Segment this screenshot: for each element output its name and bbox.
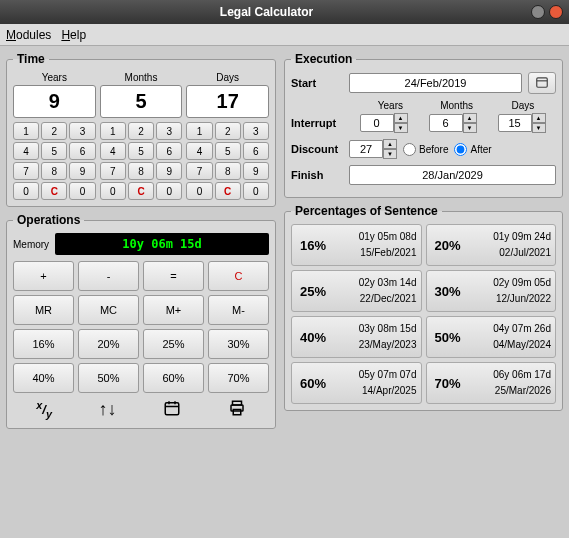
numpad-2-9-8[interactable]: 9	[243, 162, 269, 180]
discount-spinner[interactable]: ▲▼	[349, 139, 397, 159]
op--button[interactable]: -	[78, 261, 139, 291]
numpad-1-1-0[interactable]: 1	[100, 122, 126, 140]
numpad-1-2-1[interactable]: 2	[128, 122, 154, 140]
op-mc-button[interactable]: MC	[78, 295, 139, 325]
start-field[interactable]: 24/Feb/2019	[349, 73, 522, 93]
op-20-button[interactable]: 20%	[78, 329, 139, 359]
pct-cell-50: 50%04y 07m 26d04/May/2024	[426, 316, 557, 358]
pct-data: 01y 05m 08d15/Feb/2021	[336, 229, 417, 261]
interrupt-years-spinner[interactable]: ▲▼	[360, 113, 408, 133]
months-value: 5	[100, 85, 183, 118]
finish-field: 28/Jan/2029	[349, 165, 556, 185]
op-60-button[interactable]: 60%	[143, 363, 204, 393]
menubar: Modules Help	[0, 24, 569, 46]
op-m-button[interactable]: M-	[208, 295, 269, 325]
pct-data: 02y 03m 14d22/Dec/2021	[336, 275, 417, 307]
pct-label: 30%	[431, 284, 465, 299]
numpad-2-0-11[interactable]: 0	[243, 182, 269, 200]
numpad-0-c-10[interactable]: C	[41, 182, 67, 200]
swap-icon[interactable]: ↑↓	[99, 399, 117, 422]
menu-modules[interactable]: Modules	[6, 28, 51, 42]
op-30-button[interactable]: 30%	[208, 329, 269, 359]
pct-data: 04y 07m 26d04/May/2024	[471, 321, 552, 353]
numpad-2-3-2[interactable]: 3	[243, 122, 269, 140]
numpad-0-0-11[interactable]: 0	[69, 182, 95, 200]
numpad-0-4-3[interactable]: 4	[13, 142, 39, 160]
exec-years-label: Years	[357, 100, 423, 111]
pct-cell-16: 16%01y 05m 08d15/Feb/2021	[291, 224, 422, 266]
months-label: Months	[100, 72, 183, 83]
pct-data: 06y 06m 17d25/Mar/2026	[471, 367, 552, 399]
numpad-0-5-4[interactable]: 5	[41, 142, 67, 160]
numpad-2-1-0[interactable]: 1	[186, 122, 212, 140]
operations-legend: Operations	[13, 213, 84, 227]
calendar-icon[interactable]	[163, 399, 181, 422]
numpad-0-3-2[interactable]: 3	[69, 122, 95, 140]
pct-data: 02y 09m 05d12/Jun/2022	[471, 275, 552, 307]
op--button[interactable]: +	[13, 261, 74, 291]
numpad-2-5-4[interactable]: 5	[215, 142, 241, 160]
numpad-1-6-5[interactable]: 6	[156, 142, 182, 160]
numpad-1-5-4[interactable]: 5	[128, 142, 154, 160]
op-25-button[interactable]: 25%	[143, 329, 204, 359]
memory-display: 10y 06m 15d	[55, 233, 269, 255]
pct-cell-70: 70%06y 06m 17d25/Mar/2026	[426, 362, 557, 404]
print-icon[interactable]	[228, 399, 246, 422]
interrupt-months-spinner[interactable]: ▲▼	[429, 113, 477, 133]
interrupt-days-spinner[interactable]: ▲▼	[498, 113, 546, 133]
op-40-button[interactable]: 40%	[13, 363, 74, 393]
svg-rect-7	[537, 77, 548, 86]
numpad-0-9-8[interactable]: 9	[69, 162, 95, 180]
op-c-button[interactable]: C	[208, 261, 269, 291]
fraction-icon[interactable]: x/y	[36, 399, 52, 422]
minimize-icon[interactable]	[531, 5, 545, 19]
numpad-2-8-7[interactable]: 8	[215, 162, 241, 180]
numpad-2-4-3[interactable]: 4	[186, 142, 212, 160]
numpad-1-9-8[interactable]: 9	[156, 162, 182, 180]
numpad-1-8-7[interactable]: 8	[128, 162, 154, 180]
numpad-2-7-6[interactable]: 7	[186, 162, 212, 180]
numpad-2-2-1[interactable]: 2	[215, 122, 241, 140]
numpad-0-7-6[interactable]: 7	[13, 162, 39, 180]
exec-months-label: Months	[424, 100, 490, 111]
numpad-2-0-9[interactable]: 0	[186, 182, 212, 200]
pct-label: 16%	[296, 238, 330, 253]
years-value: 9	[13, 85, 96, 118]
days-label: Days	[186, 72, 269, 83]
numpad-1-0-9[interactable]: 0	[100, 182, 126, 200]
numpad-1-3-2[interactable]: 3	[156, 122, 182, 140]
numpad-2-c-10[interactable]: C	[215, 182, 241, 200]
finish-label: Finish	[291, 169, 343, 181]
numpad-1-7-6[interactable]: 7	[100, 162, 126, 180]
numpad-1-c-10[interactable]: C	[128, 182, 154, 200]
time-panel: Time Years 9 Months 5 Days 17 1234567890…	[6, 52, 276, 207]
pct-label: 40%	[296, 330, 330, 345]
op-16-button[interactable]: 16%	[13, 329, 74, 359]
pct-label: 60%	[296, 376, 330, 391]
numpad-2-6-5[interactable]: 6	[243, 142, 269, 160]
numpad-1-4-3[interactable]: 4	[100, 142, 126, 160]
before-radio[interactable]: Before	[403, 143, 448, 156]
op--button[interactable]: =	[143, 261, 204, 291]
numpad-0-6-5[interactable]: 6	[69, 142, 95, 160]
op-m-button[interactable]: M+	[143, 295, 204, 325]
pct-cell-30: 30%02y 09m 05d12/Jun/2022	[426, 270, 557, 312]
window-title: Legal Calculator	[6, 5, 527, 19]
numpad-0-1-0[interactable]: 1	[13, 122, 39, 140]
numpad-0-2-1[interactable]: 2	[41, 122, 67, 140]
close-icon[interactable]	[549, 5, 563, 19]
percentages-panel: Percentages of Sentence 16%01y 05m 08d15…	[284, 204, 563, 411]
percentages-legend: Percentages of Sentence	[291, 204, 442, 218]
memory-label: Memory	[13, 239, 49, 250]
numpad-0-8-7[interactable]: 8	[41, 162, 67, 180]
numpad-1-0-11[interactable]: 0	[156, 182, 182, 200]
op-70-button[interactable]: 70%	[208, 363, 269, 393]
pct-data: 05y 07m 07d14/Apr/2025	[336, 367, 417, 399]
menu-help[interactable]: Help	[61, 28, 86, 42]
numpad-0-0-9[interactable]: 0	[13, 182, 39, 200]
op-mr-button[interactable]: MR	[13, 295, 74, 325]
calendar-button[interactable]	[528, 72, 556, 94]
op-50-button[interactable]: 50%	[78, 363, 139, 393]
pct-label: 20%	[431, 238, 465, 253]
after-radio[interactable]: After	[454, 143, 491, 156]
